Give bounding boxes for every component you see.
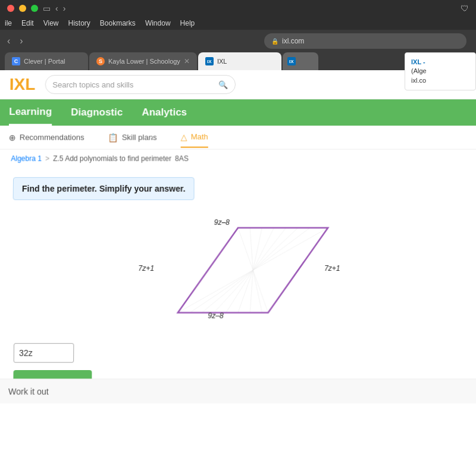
sub-nav-skill-plans-label: Skill plans	[122, 133, 157, 142]
svg-line-10	[238, 228, 253, 270]
skill-plans-icon: 📋	[108, 133, 118, 142]
svg-line-17	[253, 228, 328, 270]
traffic-light-yellow[interactable]	[19, 5, 26, 12]
svg-line-14	[253, 228, 286, 270]
menu-help[interactable]: Help	[180, 19, 195, 27]
os-bar: ▭ ‹ › 🛡	[0, 0, 476, 17]
search-icon[interactable]: 🔍	[218, 80, 228, 89]
breadcrumb-parent[interactable]: Algebra 1	[11, 154, 42, 162]
sub-nav-math[interactable]: △ Math	[181, 127, 208, 148]
menu-file[interactable]: ile	[5, 19, 12, 27]
tab-schoology-label: Kayla Lower | Schoology	[108, 58, 180, 65]
content-area: Find the perimeter. Simplify your answer…	[0, 168, 476, 403]
side-label-left: 7z+1	[138, 264, 154, 273]
tab-clever[interactable]: C Clever | Portal	[5, 52, 88, 70]
nav-learning[interactable]: Learning	[9, 100, 52, 126]
traffic-light-red[interactable]	[7, 5, 14, 12]
forward-icon[interactable]: ›	[63, 4, 66, 13]
back-icon[interactable]: ‹	[55, 4, 58, 13]
ixl-partial-favicon: IX	[287, 57, 296, 65]
menu-bar: ile Edit View History Bookmarks Window H…	[0, 17, 476, 30]
forward-button[interactable]: ›	[17, 35, 25, 48]
menu-window[interactable]: Window	[145, 19, 171, 27]
browser-chrome: ‹ › 🔒 ixl.com C Clever | Portal S Kayla …	[0, 30, 476, 70]
ixl-popup: IXL - (Alge ixl.co	[405, 52, 476, 90]
tab-schoology[interactable]: S Kayla Lower | Schoology ✕	[89, 52, 197, 70]
parallelogram-svg	[130, 209, 347, 331]
sub-nav-recommendations[interactable]: ⊕ Recommendations	[9, 128, 84, 147]
tab-ixl-label: IXL	[217, 58, 227, 65]
back-button[interactable]: ‹	[5, 35, 12, 48]
ixl-logo-xl: XL	[14, 75, 35, 93]
ixl-favicon: IX	[205, 57, 214, 65]
svg-line-4	[214, 270, 253, 312]
svg-line-16	[253, 228, 310, 270]
ixl-logo[interactable]: IXL	[10, 75, 36, 94]
breadcrumb-separator: >	[45, 154, 49, 162]
address-bar[interactable]: 🔒 ixl.com	[264, 33, 466, 49]
svg-line-5	[226, 270, 253, 312]
tab-ixl[interactable]: IX IXL	[198, 52, 281, 70]
menu-edit[interactable]: Edit	[21, 19, 34, 27]
work-it-out-label: Work it out	[8, 386, 49, 396]
sub-nav-math-label: Math	[191, 132, 208, 141]
nav-bar: Learning Diagnostic Analytics	[0, 99, 476, 126]
lock-icon: 🔒	[271, 38, 278, 45]
math-icon: △	[181, 132, 187, 142]
svg-line-9	[253, 270, 268, 312]
tab-clever-label: Clever | Portal	[24, 58, 65, 65]
nav-analytics[interactable]: Analytics	[142, 101, 187, 124]
sub-nav: ⊕ Recommendations 📋 Skill plans △ Math	[0, 126, 476, 149]
svg-line-7	[250, 270, 253, 312]
svg-line-15	[253, 228, 298, 270]
ixl-popup-url: ixl.co	[411, 76, 469, 85]
tab-schoology-close[interactable]: ✕	[184, 57, 190, 65]
svg-line-8	[253, 270, 262, 312]
side-label-right: 7z+1	[324, 264, 340, 273]
work-it-out[interactable]: Work it out	[0, 378, 476, 403]
menu-view[interactable]: View	[43, 19, 59, 27]
schoology-favicon: S	[96, 57, 105, 65]
search-bar[interactable]: Search topics and skills 🔍	[45, 75, 235, 94]
address-bar-row: ‹ › 🔒 ixl.com	[5, 33, 471, 49]
recommendations-icon: ⊕	[9, 133, 16, 142]
search-placeholder: Search topics and skills	[52, 80, 133, 89]
sub-nav-recommendations-label: Recommendations	[20, 133, 84, 142]
ixl-popup-subtitle: (Alge	[411, 67, 469, 76]
svg-line-12	[253, 228, 262, 270]
browser-content: IXL Search topics and skills 🔍 Learning …	[0, 70, 476, 476]
question-prompt: Find the perimeter. Simplify your answer…	[13, 177, 195, 200]
answer-input[interactable]	[14, 343, 74, 363]
svg-line-13	[253, 228, 274, 270]
svg-line-1	[178, 270, 253, 312]
ixl-popup-title: IXL -	[411, 58, 469, 67]
sub-nav-skill-plans[interactable]: 📋 Skill plans	[108, 128, 157, 147]
breadcrumb-code: 8AS	[175, 154, 189, 162]
nav-diagnostic[interactable]: Diagnostic	[71, 101, 123, 124]
traffic-light-green[interactable]	[31, 5, 38, 12]
svg-line-2	[190, 270, 253, 312]
shield-icon: 🛡	[461, 4, 469, 13]
menu-history[interactable]: History	[68, 19, 90, 27]
tab-partial[interactable]: IX	[283, 52, 318, 70]
parallelogram-figure: 9z–8 7z+1 7z+1 9z–8	[130, 209, 347, 331]
clever-favicon: C	[12, 57, 20, 65]
tabs-row: C Clever | Portal S Kayla Lower | School…	[5, 52, 471, 70]
breadcrumb-current: Z.5 Add polynomials to find perimeter	[53, 154, 171, 162]
browser-content-inner: IXL Search topics and skills 🔍 Learning …	[0, 70, 476, 403]
side-label-bottom: 9z–8	[208, 311, 223, 320]
breadcrumb: Algebra 1 > Z.5 Add polynomials to find …	[0, 149, 476, 167]
address-text: ixl.com	[282, 37, 304, 45]
side-label-top: 9z–8	[214, 218, 230, 227]
sidebar-toggle-icon[interactable]: ▭	[43, 4, 51, 13]
menu-bookmarks[interactable]: Bookmarks	[100, 19, 136, 27]
svg-line-11	[250, 228, 253, 270]
